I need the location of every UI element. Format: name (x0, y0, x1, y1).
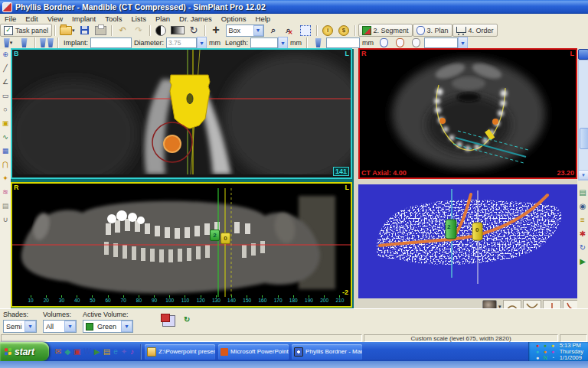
tooth-tool-icon[interactable]: ∪ (1, 215, 10, 224)
scrollbar-thumb[interactable] (580, 128, 588, 149)
active-volume-dropdown[interactable]: Green ▼ (83, 320, 133, 333)
open-button[interactable]: ▾ (58, 24, 77, 37)
menu-item[interactable]: Tools (100, 14, 126, 24)
tray-msn-icon[interactable]: N (542, 355, 549, 361)
panoramic-viewport[interactable]: R L 2 0 -2 10203040506070809010011012013… (11, 182, 352, 308)
abutment-button[interactable] (376, 37, 392, 50)
3d-implant-marker-yellow[interactable]: 0 (475, 226, 479, 233)
menu-item[interactable]: Help (251, 14, 276, 24)
rotate-3d-icon[interactable]: ↻ (580, 243, 586, 252)
zoom-button[interactable]: ⌕ (266, 24, 282, 37)
quick-launch-messenger-icon[interactable]: ◆ (64, 347, 70, 356)
tray-power-icon[interactable]: ◔ (550, 355, 557, 361)
window-level-button[interactable] (169, 24, 186, 37)
implant-library-button[interactable] (16, 37, 32, 50)
view-mode-dropdown[interactable]: Box ▼ (226, 24, 264, 37)
axial-viewport[interactable]: R L CT Axial: 4.00 23.20 (358, 48, 577, 179)
volume-overlay-icon[interactable] (162, 315, 175, 327)
implant-field[interactable] (90, 37, 132, 48)
rectangle-tool-icon[interactable]: ▭ (1, 91, 10, 100)
length-field[interactable] (250, 37, 278, 48)
cube-3d-icon[interactable]: ▦ (1, 146, 10, 155)
nerve-tool-icon[interactable]: ✦ (1, 174, 10, 183)
volumes-dropdown[interactable]: All ▼ (43, 320, 77, 333)
task-panel-button[interactable]: ✓ Task panel (0, 24, 52, 37)
quick-launch-folder-icon[interactable]: ▤ (103, 347, 110, 356)
task-button[interactable]: Phyllis Bordner - Man... (292, 344, 362, 360)
menu-item[interactable]: View (43, 14, 67, 24)
tray-antivirus-icon[interactable]: ● (534, 343, 541, 349)
print-button[interactable] (93, 24, 109, 37)
scene-snapshot-icon[interactable]: ▤ (579, 188, 586, 197)
arch-curve-icon[interactable]: ⋂ (1, 160, 10, 169)
quick-launch-media-icon[interactable]: ▣ (74, 347, 80, 356)
pano-implant-marker-yellow[interactable]: 0 (220, 233, 230, 244)
quick-launch-player-icon[interactable]: ▶ (94, 347, 100, 356)
update-volume-icon[interactable]: ↻ (184, 315, 190, 324)
undo-button[interactable]: ↶ (115, 24, 131, 37)
implant-place-icon[interactable]: ⊕ (1, 50, 10, 59)
rotate-button[interactable]: ↻ (186, 24, 202, 37)
task-button[interactable]: Z:\Powerpoint presen... (145, 344, 215, 360)
snapshot-tool-icon[interactable]: ▤ (1, 201, 10, 210)
tray-display-icon[interactable]: ● (534, 349, 541, 355)
zoom-cancel-button[interactable]: ⌕✕ (282, 24, 298, 37)
menu-item[interactable]: Dr. James (175, 14, 217, 24)
pan-button[interactable]: ✛ (208, 24, 224, 37)
shades-dropdown[interactable]: Semi ▼ (3, 320, 37, 333)
tooth-number-caret-icon[interactable]: ▼ (458, 37, 468, 49)
tray-usb-icon[interactable]: ● (534, 355, 541, 361)
menu-item[interactable]: Options (217, 14, 251, 24)
step-order-button[interactable]: 4. Order (452, 24, 498, 37)
tooth-number-field[interactable] (424, 37, 458, 48)
diameter-caret-icon[interactable]: ▼ (197, 37, 207, 49)
length-caret-icon[interactable]: ▼ (278, 37, 288, 49)
highlight-tool-icon[interactable]: ▣ (1, 119, 10, 128)
segment-paint-icon[interactable]: ✱ (580, 230, 586, 238)
measure-angle-icon[interactable]: ∠ (1, 77, 10, 86)
menu-item[interactable]: Implant (67, 14, 100, 24)
profile-curve-icon[interactable]: ∿ (1, 132, 10, 142)
measure-line-icon[interactable]: ╱ (1, 64, 10, 73)
record-icon[interactable]: ▶ (580, 257, 586, 265)
tray-network-icon[interactable]: ● (542, 343, 549, 349)
diameter-field[interactable] (166, 37, 197, 48)
quick-launch-music-icon[interactable]: ♪ (130, 347, 134, 356)
add-implant-button[interactable]: ▾ (0, 37, 16, 50)
fit-view-button[interactable] (298, 24, 314, 37)
quick-launch-ie-icon[interactable]: e (113, 347, 118, 356)
task-button[interactable]: Microsoft PowerPoint ... (218, 344, 289, 360)
price-button[interactable]: $ (336, 24, 352, 37)
airway-tool-icon[interactable]: ≋ (1, 187, 10, 197)
bone-graft-button[interactable] (408, 37, 424, 50)
visibility-icon[interactable]: ◉ (580, 202, 586, 210)
step-segment-button[interactable]: 2. Segment (358, 24, 413, 37)
redo-button[interactable]: ↷ (131, 24, 147, 37)
cross-section-viewport[interactable]: B L 141 (11, 48, 352, 179)
start-button[interactable]: start (0, 342, 49, 361)
menu-item[interactable]: Edit (21, 14, 42, 24)
quick-launch-word-icon[interactable]: W (84, 347, 91, 356)
scrollbar-down-button[interactable]: ▼ (578, 170, 588, 180)
step-plan-button[interactable]: 3. Plan (413, 24, 452, 37)
axial-scrollbar[interactable] (578, 60, 588, 181)
three-d-viewport[interactable]: 2 0 (358, 184, 577, 298)
quick-launch-mail-icon[interactable]: ✉ (55, 347, 61, 356)
menu-item[interactable]: File (0, 14, 21, 24)
invert-button[interactable] (153, 24, 169, 37)
view-cube-icon[interactable] (578, 49, 588, 60)
tray-audio-icon[interactable]: ● (550, 343, 557, 349)
offset-field[interactable] (326, 37, 360, 48)
pano-implant-marker-green[interactable]: 2 (210, 230, 220, 241)
quick-launch-draw-icon[interactable]: ✦ (121, 347, 127, 356)
layers-icon[interactable]: ≡ (580, 216, 585, 224)
save-button[interactable] (77, 24, 93, 37)
menu-item[interactable]: Plan (151, 14, 175, 24)
implant-pair-button[interactable] (38, 37, 55, 50)
tray-update-icon[interactable]: ● (542, 349, 549, 355)
tray-clock-sync-icon[interactable]: ● (550, 349, 557, 355)
menu-item[interactable]: Lists (126, 14, 151, 24)
offset-button[interactable] (310, 37, 326, 50)
crown-button[interactable] (392, 37, 408, 50)
ellipse-tool-icon[interactable]: ○ (1, 105, 10, 114)
